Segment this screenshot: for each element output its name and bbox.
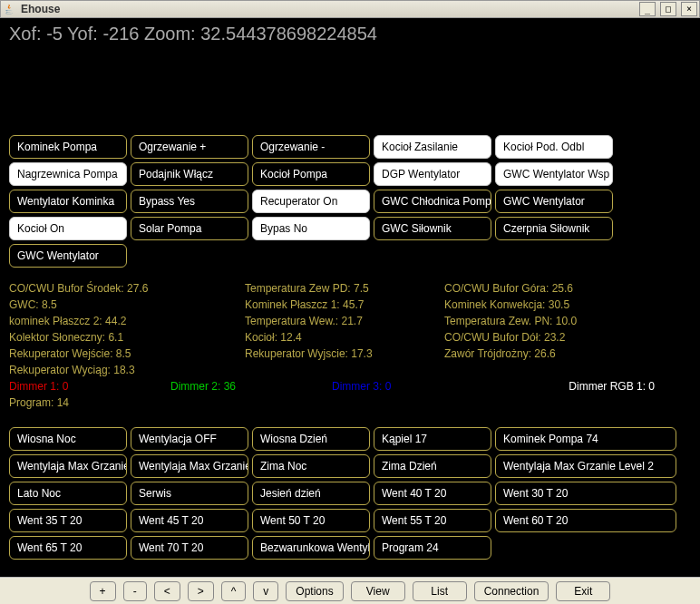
program-button[interactable]: Went 40 T 20 (374, 482, 491, 505)
sensor-column: CO/CWU Bufor Środek: 27.6GWC: 8.5kominek… (9, 280, 245, 378)
program-button[interactable]: Jesień dzień (252, 482, 370, 505)
program-button[interactable]: Went 60 T 20 (495, 509, 676, 532)
sensor-reading: GWC: 8.5 (9, 297, 245, 313)
right-button[interactable]: > (188, 581, 214, 601)
control-button[interactable]: Podajnik Włącz (131, 162, 248, 186)
program-button[interactable]: Went 65 T 20 (9, 536, 127, 560)
program-button[interactable]: Went 70 T 20 (131, 536, 248, 560)
program-button[interactable]: Wiosna Dzień (252, 427, 370, 451)
program-button[interactable]: Wentylaja Max Grzanie Level 2 (495, 454, 676, 478)
sensor-reading: CO/CWU Bufor Dół: 23.2 (444, 329, 680, 346)
program-button[interactable]: Bezwarunkowa Wentyla (252, 536, 370, 560)
dimmer-2: Dimmer 2: 36 (170, 380, 332, 393)
program-button[interactable]: Kąpiel 17 (374, 427, 491, 451)
view-button[interactable]: View (351, 581, 405, 601)
control-button[interactable]: Kocioł Zasilanie (374, 135, 491, 159)
control-button[interactable]: Recuperator On (252, 190, 370, 213)
options-button[interactable]: Options (286, 581, 343, 601)
sensor-reading: Kocioł: 12.4 (245, 329, 444, 346)
sensor-reading: Kolektor Słoneczny: 6.1 (9, 329, 245, 346)
control-button[interactable]: Solar Pompa (131, 217, 248, 240)
control-button[interactable]: GWC Wentylator (495, 190, 613, 213)
dimmer-rgb: Dimmer RGB 1: 0 (493, 380, 691, 393)
dimmer-1: Dimmer 1: 0 (9, 380, 170, 393)
program-button[interactable]: Went 45 T 20 (131, 509, 248, 532)
sensor-reading: Kominek Płaszcz 1: 45.7 (245, 297, 444, 313)
sensor-column: Temperatura Zew PD: 7.5Kominek Płaszcz 1… (245, 280, 444, 378)
sensor-reading: Temperatura Wew.: 21.7 (245, 313, 444, 329)
dimmers-row: Dimmer 1: 0 Dimmer 2: 36 Dimmer 3: 0 Dim… (9, 380, 691, 393)
control-button[interactable]: GWC Wentylator (9, 244, 127, 268)
program-button[interactable]: Program 24 (374, 536, 491, 560)
program-button[interactable]: Zima Dzień (374, 454, 491, 478)
control-button[interactable]: Kocioł Pod. Odbl (495, 135, 613, 159)
list-button[interactable]: List (413, 581, 467, 601)
control-button[interactable]: Kocioł On (9, 217, 127, 240)
program-button[interactable]: Wentylaja Max Grzanie (9, 454, 127, 478)
main-content: Xof: -5 Yof: -216 Zoom: 32.5443786982248… (0, 18, 700, 577)
program-button[interactable]: Went 30 T 20 (495, 482, 676, 505)
control-button[interactable]: Kominek Pompa (9, 135, 127, 159)
sensor-reading: Temperatura Zew PD: 7.5 (245, 280, 444, 297)
sensor-reading: CO/CWU Bufor Góra: 25.6 (444, 280, 680, 297)
control-button[interactable]: Kocioł Pompa (252, 162, 370, 186)
control-button[interactable]: GWC Siłownik (374, 217, 491, 240)
close-button[interactable]: × (681, 2, 697, 16)
bottom-toolbar: + - < > ^ v Options View List Connection… (0, 577, 700, 604)
program-button[interactable]: Went 50 T 20 (252, 509, 370, 532)
control-button[interactable]: GWC Wentylator Wsp (495, 162, 613, 186)
minimize-button[interactable]: _ (639, 2, 656, 16)
control-button[interactable]: Bypass Yes (131, 190, 248, 213)
program-button[interactable]: Wentylaja Max Grzanie L (131, 454, 248, 478)
program-button[interactable]: Zima Noc (252, 454, 370, 478)
connection-button[interactable]: Connection (474, 581, 549, 601)
maximize-button[interactable]: □ (660, 2, 676, 16)
program-button[interactable]: Went 35 T 20 (9, 509, 127, 532)
sensor-reading: Rekuperator Wejście: 8.5 (9, 346, 245, 362)
program-button[interactable]: Serwis (131, 482, 248, 505)
sensor-column: CO/CWU Bufor Góra: 25.6Kominek Konwekcja… (444, 280, 680, 378)
sensor-reading: Temperatura Zew. PN: 10.0 (444, 313, 680, 329)
sensor-reading: Rekuperator Wyjscie: 17.3 (245, 346, 444, 362)
control-button[interactable]: GWC Chłodnica Pompa (374, 190, 491, 213)
java-icon (3, 2, 17, 16)
sensor-reading: Rekuperator Wyciąg: 18.3 (9, 362, 245, 378)
program-button[interactable]: Kominek Pompa 74 (495, 427, 676, 451)
program-button[interactable]: Wiosna Noc (9, 427, 127, 451)
program-button[interactable]: Wentylacja OFF (131, 427, 248, 451)
control-button[interactable]: Bypas No (252, 217, 370, 240)
sensor-reading: Kominek Konwekcja: 30.5 (444, 297, 680, 313)
sensors-block: CO/CWU Bufor Środek: 27.6GWC: 8.5kominek… (9, 280, 691, 378)
control-button[interactable]: Ogrzewanie + (131, 135, 248, 159)
titlebar: Ehouse _ □ × (0, 0, 700, 18)
plus-button[interactable]: + (90, 581, 116, 601)
window-title: Ehouse (21, 3, 635, 15)
control-button[interactable]: Nagrzewnica Pompa (9, 162, 127, 186)
program-grid: Wiosna NocWentylacja OFFWiosna DzieńKąpi… (9, 427, 691, 560)
left-button[interactable]: < (154, 581, 180, 601)
coords-text: Xof: -5 Yof: -216 Zoom: 32.5443786982248… (9, 24, 691, 44)
program-button[interactable]: Went 55 T 20 (374, 509, 491, 532)
program-text: Program: 14 (9, 396, 691, 409)
control-button[interactable]: Czerpnia Siłownik (495, 217, 613, 240)
control-button[interactable]: Ogrzewanie - (252, 135, 370, 159)
sensor-reading: CO/CWU Bufor Środek: 27.6 (9, 280, 245, 297)
dimmer-3: Dimmer 3: 0 (332, 380, 493, 393)
up-button[interactable]: ^ (221, 581, 247, 601)
control-grid: Kominek PompaOgrzewanie +Ogrzewanie -Koc… (9, 135, 691, 268)
minus-button[interactable]: - (123, 581, 147, 601)
sensor-reading: Zawór Trójdrożny: 26.6 (444, 346, 680, 362)
sensor-reading: kominek Płaszcz 2: 44.2 (9, 313, 245, 329)
program-button[interactable]: Lato Noc (9, 482, 127, 505)
down-button[interactable]: v (253, 581, 278, 601)
control-button[interactable]: Wentylator Kominka (9, 190, 127, 213)
exit-button[interactable]: Exit (556, 581, 610, 601)
control-button[interactable]: DGP Wentylator (374, 162, 491, 186)
